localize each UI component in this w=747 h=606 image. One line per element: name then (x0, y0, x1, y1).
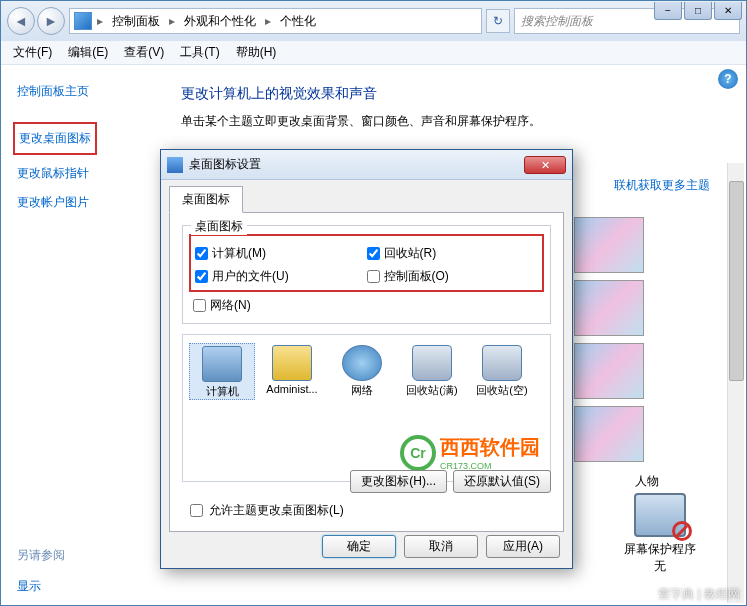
menu-bar: 文件(F) 编辑(E) 查看(V) 工具(T) 帮助(H) (1, 41, 746, 65)
menu-file[interactable]: 文件(F) (7, 42, 58, 63)
sidebar-home[interactable]: 控制面板主页 (17, 77, 161, 106)
breadcrumb[interactable]: ▸ 控制面板 ▸ 外观和个性化 ▸ 个性化 (69, 8, 482, 34)
ok-button[interactable]: 确定 (322, 535, 396, 558)
cancel-button[interactable]: 取消 (404, 535, 478, 558)
dialog-icon (167, 157, 183, 173)
tab-desktop-icons[interactable]: 桌面图标 (169, 186, 243, 213)
icon-network[interactable]: 网络 (329, 343, 395, 400)
maximize-button[interactable]: □ (684, 2, 712, 20)
nav-bar: ◄ ► ▸ 控制面板 ▸ 外观和个性化 ▸ 个性化 ↻ 搜索控制面板 (1, 1, 746, 41)
menu-help[interactable]: 帮助(H) (230, 42, 283, 63)
menu-edit[interactable]: 编辑(E) (62, 42, 114, 63)
highlight-box: 更改桌面图标 (13, 122, 97, 155)
theme-thumb[interactable] (574, 217, 644, 273)
online-themes-link[interactable]: 联机获取更多主题 (614, 177, 710, 194)
scroll-thumb[interactable] (729, 181, 744, 381)
dialog-buttons: 确定 取消 应用(A) (322, 535, 560, 558)
bc-item-2[interactable]: 个性化 (276, 11, 320, 32)
check-network[interactable]: 网络(N) (193, 294, 540, 317)
screensaver-value: 无 (624, 558, 696, 575)
icon-recycle-empty[interactable]: 回收站(空) (469, 343, 535, 400)
forward-button[interactable]: ► (37, 7, 65, 35)
see-also-display[interactable]: 显示 (17, 572, 161, 601)
control-panel-icon (74, 12, 92, 30)
bc-item-0[interactable]: 控制面板 (108, 11, 164, 32)
scrollbar[interactable] (727, 163, 744, 603)
watermark-text: 西西软件园 (440, 434, 540, 461)
dialog-close-button[interactable]: ✕ (524, 156, 566, 174)
see-also-label: 另请参阅 (17, 547, 161, 572)
sidebar-change-mouse[interactable]: 更改鼠标指针 (17, 159, 161, 188)
page-title: 更改计算机上的视觉效果和声音 (181, 85, 726, 103)
bc-item-1[interactable]: 外观和个性化 (180, 11, 260, 32)
back-button[interactable]: ◄ (7, 7, 35, 35)
group-label: 桌面图标 (191, 218, 247, 235)
sidebar-change-account-pic[interactable]: 更改帐户图片 (17, 188, 161, 217)
minimize-button[interactable]: − (654, 2, 682, 20)
change-icon-button[interactable]: 更改图标(H)... (350, 470, 447, 493)
watermark-logo: Cr (400, 435, 436, 471)
close-button[interactable]: ✕ (714, 2, 742, 20)
folder-icon (272, 345, 312, 381)
tab-strip: 桌面图标 (161, 180, 572, 213)
icon-recycle-full[interactable]: 回收站(满) (399, 343, 465, 400)
forbidden-icon (672, 521, 692, 541)
theme-grid: 人物 (572, 215, 722, 490)
icon-buttons-row: 更改图标(H)... 还原默认值(S) (350, 470, 551, 493)
sidebar-change-desktop-icons[interactable]: 更改桌面图标 (19, 124, 91, 153)
restore-default-button[interactable]: 还原默认值(S) (453, 470, 551, 493)
window-controls: − □ ✕ (654, 2, 742, 20)
help-icon[interactable]: ? (718, 69, 738, 89)
tab-body: 桌面图标 计算机(M) 回收站(R) 用户的文件(U) 控制面板(O) 网络(N… (169, 212, 564, 532)
theme-thumb[interactable] (574, 406, 644, 462)
watermark: Cr 西西软件园 CR173.COM (400, 434, 540, 471)
check-control-panel[interactable]: 控制面板(O) (367, 265, 539, 288)
check-recycle[interactable]: 回收站(R) (367, 242, 539, 265)
explorer-window: − □ ✕ ◄ ► ▸ 控制面板 ▸ 外观和个性化 ▸ 个性化 ↻ 搜索控制面板… (0, 0, 747, 606)
menu-tools[interactable]: 工具(T) (174, 42, 225, 63)
screensaver-icon (634, 493, 686, 537)
network-icon (342, 345, 382, 381)
theme-thumb[interactable] (574, 280, 644, 336)
icon-admin[interactable]: Administ... (259, 343, 325, 400)
apply-button[interactable]: 应用(A) (486, 535, 560, 558)
sidebar: 控制面板主页 更改桌面图标 更改鼠标指针 更改帐户图片 另请参阅 显示 任务栏和… (1, 65, 161, 605)
refresh-button[interactable]: ↻ (486, 9, 510, 33)
icon-preview-panel: 计算机 Administ... 网络 回收站(满) 回收站(空) Cr 西西软件… (182, 334, 551, 482)
page-description: 单击某个主题立即更改桌面背景、窗口颜色、声音和屏幕保护程序。 (181, 113, 726, 130)
bc-sep: ▸ (94, 14, 106, 28)
screensaver-block[interactable]: 屏幕保护程序 无 (624, 493, 696, 575)
menu-view[interactable]: 查看(V) (118, 42, 170, 63)
checks-highlight: 计算机(M) 回收站(R) 用户的文件(U) 控制面板(O) (189, 234, 544, 292)
dialog-title: 桌面图标设置 (189, 156, 261, 173)
icon-computer[interactable]: 计算机 (189, 343, 255, 400)
screensaver-label: 屏幕保护程序 (624, 541, 696, 558)
theme-thumb[interactable] (574, 343, 644, 399)
check-user-files[interactable]: 用户的文件(U) (195, 265, 367, 288)
dialog-titlebar[interactable]: 桌面图标设置 ✕ (161, 150, 572, 180)
footer-watermark: 查字典 | 教程网 (658, 586, 740, 603)
desktop-icons-group: 桌面图标 计算机(M) 回收站(R) 用户的文件(U) 控制面板(O) 网络(N… (182, 225, 551, 324)
desktop-icon-settings-dialog: 桌面图标设置 ✕ 桌面图标 桌面图标 计算机(M) 回收站(R) 用户的文件(U… (160, 149, 573, 569)
computer-icon (202, 346, 242, 382)
see-also-taskbar[interactable]: 任务栏和「开始」菜单 (17, 601, 161, 606)
theme-category-label: 人物 (572, 473, 722, 490)
check-computer[interactable]: 计算机(M) (195, 242, 367, 265)
recycle-empty-icon (482, 345, 522, 381)
recycle-full-icon (412, 345, 452, 381)
allow-theme-checkbox[interactable]: 允许主题更改桌面图标(L) (190, 502, 344, 519)
